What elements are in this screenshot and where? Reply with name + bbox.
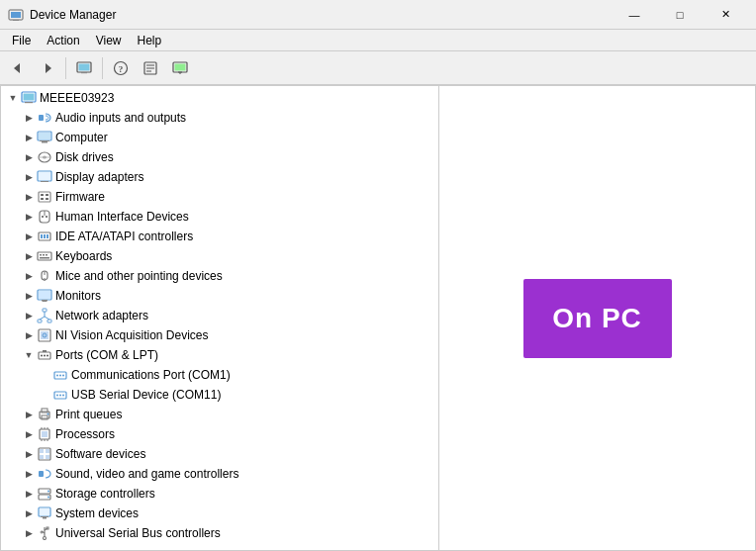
tree-item-usb-serial[interactable]: ▶ USB Serial Device (COM11) [1,385,438,405]
toolbar-separator-2 [102,57,103,79]
expand-system[interactable]: ▶ [21,505,37,521]
svg-rect-34 [46,194,48,196]
expand-keyboard[interactable]: ▶ [21,248,37,264]
svg-rect-57 [43,309,47,312]
tree-item-ide[interactable]: ▶ IDE ATA/ATAPI controllers [1,227,438,246]
forward-icon [40,60,55,76]
tree-item-root[interactable]: ▼ MEEEE03923 [1,88,438,108]
menu-help[interactable]: Help [130,32,170,49]
tree-item-keyboard[interactable]: ▶ Keyboards [1,246,438,266]
svg-point-69 [44,355,46,357]
tree-item-monitors[interactable]: ▶ Monitors [1,286,438,306]
expand-mice[interactable]: ▶ [21,268,37,284]
hid-icon [37,209,52,225]
monitor-button[interactable] [166,54,194,82]
tree-item-computer[interactable]: ▶ Computer [1,128,438,147]
svg-rect-58 [38,320,42,322]
tree-item-sound[interactable]: ▶ Sound, video and game controllers [1,464,438,484]
expand-computer[interactable]: ▶ [21,130,37,145]
app-icon [8,7,24,23]
sound-icon [37,466,52,482]
expand-storage[interactable]: ▶ [21,486,37,502]
svg-rect-97 [39,471,44,477]
svg-point-40 [46,216,47,218]
back-button[interactable] [4,54,32,82]
expand-firmware[interactable]: ▶ [21,189,37,205]
svg-rect-46 [40,254,42,256]
svg-rect-56 [43,301,47,302]
toolbar-separator-1 [65,57,66,79]
tree-item-network[interactable]: ▶ Network adapters [1,306,438,325]
monitor-icon [172,60,188,76]
expand-monitors[interactable]: ▶ [21,288,37,304]
storage-label: Storage controllers [55,487,155,501]
expand-ports[interactable]: ▼ [21,347,37,363]
expand-ni[interactable]: ▶ [21,327,37,343]
menu-bar: File Action View Help [0,30,756,51]
tree-item-hid[interactable]: ▶ Human Interface Devices [1,207,438,227]
svg-rect-25 [42,141,47,143]
svg-rect-21 [39,115,44,121]
tree-item-display[interactable]: ▶ Display adapters [1,167,438,187]
svg-point-74 [59,375,61,377]
expand-network[interactable]: ▶ [21,308,37,323]
svg-point-111 [41,531,43,533]
network-icon [37,308,52,323]
comm-port-icon [52,367,68,383]
tree-item-processors[interactable]: ▶ Processors [1,424,438,444]
network-label: Network adapters [55,309,148,322]
tree-item-storage[interactable]: ▶ Storage controllers [1,484,438,504]
svg-point-100 [47,491,49,493]
help-icon: ? [113,60,129,76]
svg-rect-59 [47,320,51,322]
tree-item-disk[interactable]: ▶ Disk drives [1,147,438,167]
expand-root[interactable]: ▼ [5,90,21,106]
svg-point-83 [47,413,49,415]
tree-item-system[interactable]: ▶ System devices [1,504,438,523]
print-label: Print queues [55,408,122,421]
expand-audio[interactable]: ▶ [21,110,37,126]
audio-icon [37,110,52,126]
expand-ide[interactable]: ▶ [21,229,37,244]
close-button[interactable]: ✕ [703,0,748,30]
expand-hid[interactable]: ▶ [21,209,37,225]
tree-item-mice[interactable]: ▶ Mice and other pointing devices [1,266,438,286]
tree-item-audio[interactable]: ▶ Audio inputs and outputs [1,108,438,128]
expand-processors[interactable]: ▶ [21,426,37,442]
properties-button[interactable] [137,54,164,82]
svg-line-61 [40,317,45,320]
tree-item-usb[interactable]: ▶ Universal Serial Bus controllers [1,523,438,543]
svg-rect-35 [41,198,44,200]
expand-display[interactable]: ▶ [21,169,37,185]
minimize-button[interactable]: — [612,0,657,30]
svg-point-66 [45,335,46,336]
svg-marker-4 [46,63,51,73]
monitors-label: Monitors [55,289,101,303]
processor-icon [37,426,52,442]
tree-item-print[interactable]: ▶ Print queues [1,405,438,424]
help-button[interactable]: ? [107,54,135,82]
maximize-button[interactable]: □ [657,0,703,30]
tree-item-ni-vision[interactable]: ▶ NI Vision Acquisition Devices [1,325,438,345]
computer-node-icon [37,130,52,145]
svg-rect-32 [39,192,50,202]
comm-port-label: Communications Port (COM1) [71,368,231,382]
expand-sound[interactable]: ▶ [21,466,37,482]
computer-view-button[interactable] [70,54,98,82]
svg-text:?: ? [119,64,124,74]
logo-box: On PC [523,279,672,358]
tree-item-software[interactable]: ▶ Software devices [1,444,438,464]
tree-item-firmware[interactable]: ▶ Firmware [1,187,438,207]
expand-software[interactable]: ▶ [21,446,37,462]
expand-disk[interactable]: ▶ [21,149,37,165]
menu-view[interactable]: View [88,32,130,49]
tree-item-ports[interactable]: ▼ Ports (COM & LPT) [1,345,438,365]
menu-file[interactable]: File [4,32,39,49]
expand-usb[interactable]: ▶ [21,525,37,541]
menu-action[interactable]: Action [39,32,87,49]
forward-button[interactable] [34,54,61,82]
device-tree[interactable]: ▼ MEEEE03923 ▶ Audio inputs and outp [0,85,439,551]
computer-icon [21,90,37,106]
tree-item-comm-port[interactable]: ▶ Communications Port (COM1) [1,365,438,385]
expand-print[interactable]: ▶ [21,407,37,422]
